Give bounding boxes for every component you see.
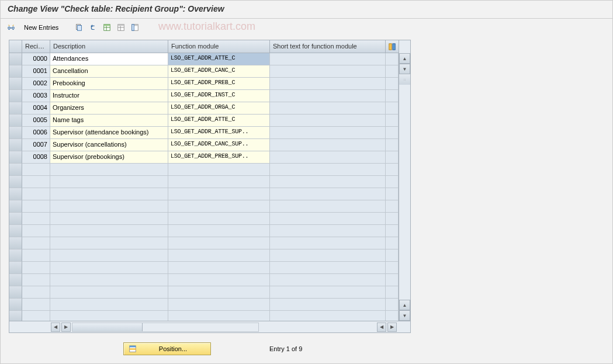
select-all-rows-button[interactable] xyxy=(9,40,22,53)
cell-short-text[interactable] xyxy=(270,127,386,139)
cell-recip[interactable]: 0001 xyxy=(22,65,50,78)
hscroll-left-button[interactable]: ◀ xyxy=(51,323,60,332)
empty-cell[interactable] xyxy=(22,249,50,262)
cell-description[interactable]: Supervisor (attendance bookings) xyxy=(50,127,168,139)
cell-description[interactable]: Organizers xyxy=(50,102,168,115)
empty-cell[interactable] xyxy=(270,299,386,311)
row-selector[interactable] xyxy=(9,53,22,65)
undo-button[interactable] xyxy=(87,22,99,33)
scroll-page-down-button[interactable]: ▼ xyxy=(399,310,410,321)
scroll-track[interactable] xyxy=(399,85,410,300)
row-selector[interactable] xyxy=(9,176,22,188)
row-selector[interactable] xyxy=(9,90,22,102)
cell-recip[interactable]: 0000 xyxy=(22,53,50,65)
cell-recip[interactable]: 0003 xyxy=(22,90,50,102)
select-all-button[interactable] xyxy=(115,22,127,33)
empty-cell[interactable] xyxy=(168,262,270,274)
empty-cell[interactable] xyxy=(50,249,168,262)
row-selector[interactable] xyxy=(9,164,22,176)
cell-recip[interactable]: 0004 xyxy=(22,102,50,115)
empty-cell[interactable] xyxy=(270,225,386,237)
row-selector[interactable] xyxy=(9,286,22,299)
empty-cell[interactable] xyxy=(22,286,50,299)
row-selector[interactable] xyxy=(9,299,22,311)
empty-cell[interactable] xyxy=(270,274,386,286)
delimit-button[interactable] xyxy=(101,22,113,33)
cell-function-module[interactable]: LSO_GET_ADDR_INST_C xyxy=(168,90,270,102)
empty-cell[interactable] xyxy=(270,213,386,225)
cell-function-module[interactable]: LSO_GET_ADDR_CANC_C xyxy=(168,65,270,78)
empty-cell[interactable] xyxy=(22,274,50,286)
cell-short-text[interactable] xyxy=(270,90,386,102)
empty-cell[interactable] xyxy=(270,164,386,176)
row-selector[interactable] xyxy=(9,78,22,90)
cell-function-module[interactable]: LSO_GET_ADDR_ORGA_C xyxy=(168,102,270,115)
horizontal-scrollbar[interactable]: ◀ ▶ ◀ ▶ xyxy=(9,321,410,332)
hscroll-right-button[interactable]: ▶ xyxy=(61,323,71,332)
empty-cell[interactable] xyxy=(168,176,270,188)
column-header-recip[interactable]: Recip... xyxy=(22,40,50,53)
column-header-short-text[interactable]: Short text for function module xyxy=(270,40,386,53)
row-selector[interactable] xyxy=(9,213,22,225)
cell-description[interactable]: Cancellation xyxy=(50,65,168,78)
cell-short-text[interactable] xyxy=(270,65,386,78)
empty-cell[interactable] xyxy=(22,237,50,249)
cell-recip[interactable]: 0005 xyxy=(22,115,50,127)
cell-function-module[interactable]: LSO_GET_ADDR_ATTE_C xyxy=(168,53,270,65)
vertical-scrollbar[interactable]: ▲ ▼ :: ▲ ▼ xyxy=(399,40,410,332)
empty-cell[interactable] xyxy=(168,225,270,237)
empty-cell[interactable] xyxy=(22,176,50,188)
hscroll-right-end-button[interactable]: ▶ xyxy=(387,323,397,332)
empty-cell[interactable] xyxy=(168,188,270,200)
cell-description[interactable]: Supervisor (cancellations) xyxy=(50,139,168,151)
empty-cell[interactable] xyxy=(168,286,270,299)
cell-description[interactable]: Name tags xyxy=(50,115,168,127)
empty-cell[interactable] xyxy=(22,213,50,225)
new-entries-button[interactable]: New Entries xyxy=(19,22,63,33)
cell-short-text[interactable] xyxy=(270,78,386,90)
scroll-up-button[interactable]: ▲ xyxy=(399,53,410,64)
empty-cell[interactable] xyxy=(22,164,50,176)
empty-cell[interactable] xyxy=(168,274,270,286)
empty-cell[interactable] xyxy=(168,299,270,311)
row-selector[interactable] xyxy=(9,151,22,164)
row-selector[interactable] xyxy=(9,225,22,237)
row-selector[interactable] xyxy=(9,200,22,213)
empty-cell[interactable] xyxy=(50,213,168,225)
hscroll-thumb[interactable] xyxy=(72,323,143,331)
row-selector[interactable] xyxy=(9,102,22,115)
column-header-function-module[interactable]: Function module xyxy=(168,40,270,53)
empty-cell[interactable] xyxy=(50,286,168,299)
cell-recip[interactable]: 0002 xyxy=(22,78,50,90)
empty-cell[interactable] xyxy=(270,188,386,200)
cell-description[interactable]: Instructor xyxy=(50,90,168,102)
cell-recip[interactable]: 0006 xyxy=(22,127,50,139)
copy-as-button[interactable] xyxy=(73,22,85,33)
empty-cell[interactable] xyxy=(270,262,386,274)
empty-cell[interactable] xyxy=(270,237,386,249)
cell-function-module[interactable]: LSO_GET_ADDR_ATTE_C xyxy=(168,115,270,127)
empty-cell[interactable] xyxy=(22,299,50,311)
cell-short-text[interactable] xyxy=(270,115,386,127)
row-selector[interactable] xyxy=(9,65,22,78)
empty-cell[interactable] xyxy=(50,200,168,213)
cell-short-text[interactable] xyxy=(270,53,386,65)
scroll-page-up-button[interactable]: ▲ xyxy=(399,300,410,310)
position-button[interactable]: Position... xyxy=(123,342,211,355)
table-config-button[interactable] xyxy=(386,40,399,53)
empty-cell[interactable] xyxy=(270,249,386,262)
empty-cell[interactable] xyxy=(50,299,168,311)
row-selector[interactable] xyxy=(9,262,22,274)
cell-description[interactable]: Prebooking xyxy=(50,78,168,90)
row-selector[interactable] xyxy=(9,127,22,139)
cell-function-module[interactable]: LSO_GET_ADDR_PREB_C xyxy=(168,78,270,90)
empty-cell[interactable] xyxy=(22,188,50,200)
row-selector[interactable] xyxy=(9,237,22,249)
empty-cell[interactable] xyxy=(50,237,168,249)
deselect-all-button[interactable] xyxy=(129,22,141,33)
cell-function-module[interactable]: LSO_GET_ADDR_ATTE_SUP.. xyxy=(168,127,270,139)
empty-cell[interactable] xyxy=(50,262,168,274)
row-selector[interactable] xyxy=(9,115,22,127)
row-selector[interactable] xyxy=(9,274,22,286)
cell-short-text[interactable] xyxy=(270,151,386,164)
